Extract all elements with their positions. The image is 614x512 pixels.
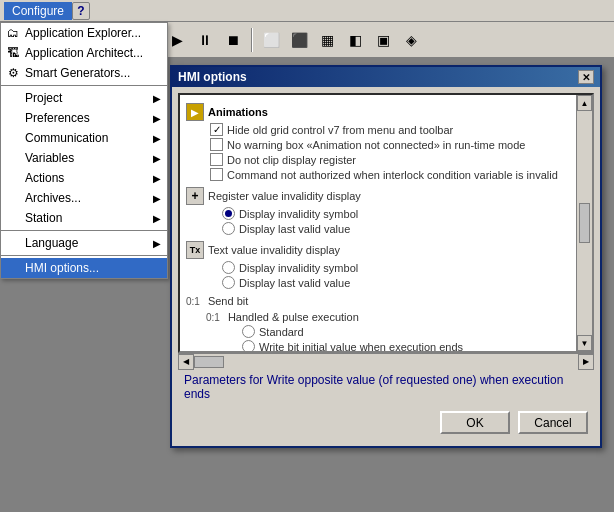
dialog-close-btn[interactable]: ✕	[578, 70, 594, 84]
radio-disp-inv-symbol-1-row: Display invalidity symbol	[222, 207, 570, 220]
radio-write-bit-initial[interactable]	[242, 340, 255, 353]
dialog-title: HMI options	[178, 70, 247, 84]
checkbox-no-warning[interactable]	[210, 138, 223, 151]
send-bit-prefix: 0:1	[186, 296, 200, 307]
text-invalidity-label: Text value invalidity display	[208, 244, 340, 256]
cmd-not-auth-label: Command not authorized when interlock co…	[227, 169, 558, 181]
checkbox-cmd-not-auth[interactable]	[210, 168, 223, 181]
arrow-communication: ▶	[153, 133, 161, 144]
dialog-buttons: OK Cancel	[178, 405, 594, 440]
menu-sep-3	[1, 255, 167, 256]
handled-pulse-header: 0:1 Handled & pulse execution	[206, 311, 570, 323]
send-bit-label: Send bit	[208, 295, 248, 307]
animations-section-header: ▶ Animations	[186, 103, 570, 121]
radio-standard-row: Standard	[242, 325, 570, 338]
toolbar-box4-btn[interactable]: ◧	[342, 27, 368, 53]
handled-pulse-label: Handled & pulse execution	[228, 311, 359, 323]
radio-write-bit-initial-row: Write bit initial value when execution e…	[242, 340, 570, 353]
ok-button[interactable]: OK	[440, 411, 510, 434]
configure-menu[interactable]: Configure	[4, 2, 72, 20]
register-invalidity-header: + Register value invalidity display	[186, 187, 570, 205]
send-bit-header: 0:1 Send bit	[186, 295, 570, 307]
register-invalidity-icon: +	[186, 187, 204, 205]
radio-disp-last-val-1[interactable]	[222, 222, 235, 235]
scroll-left-btn[interactable]: ◀	[178, 354, 194, 370]
menu-item-project[interactable]: Project ▶	[1, 88, 167, 108]
toolbar-box2-btn[interactable]: ⬛	[286, 27, 312, 53]
menu-item-communication[interactable]: Communication ▶	[1, 128, 167, 148]
arrow-language: ▶	[153, 238, 161, 249]
scroll-up-btn[interactable]: ▲	[577, 95, 592, 111]
smart-gen-icon: ⚙	[5, 65, 21, 81]
arrow-project: ▶	[153, 93, 161, 104]
menu-item-app-architect[interactable]: 🏗 Application Architect...	[1, 43, 167, 63]
scroll-thumb-v[interactable]	[579, 203, 590, 243]
cancel-button[interactable]: Cancel	[518, 411, 588, 434]
animations-label: Animations	[208, 106, 268, 118]
menu-item-actions[interactable]: Actions ▶	[1, 168, 167, 188]
radio-disp-inv-symbol-1[interactable]	[222, 207, 235, 220]
toolbar-box6-btn[interactable]: ◈	[398, 27, 424, 53]
scroll-track-v	[577, 111, 592, 201]
configure-dropdown: 🗂 Application Explorer... 🏗 Application …	[0, 22, 168, 279]
scroll-area: ▶ Animations Hide old grid control v7 fr…	[178, 93, 594, 353]
toolbar-pause-btn[interactable]: ⏸	[192, 27, 218, 53]
toolbar-box3-btn[interactable]: ▦	[314, 27, 340, 53]
handled-pulse-prefix: 0:1	[206, 312, 220, 323]
menubar: Configure ?	[0, 0, 614, 22]
menu-item-smart-generators[interactable]: ⚙ Smart Generators...	[1, 63, 167, 83]
menu-item-hmi-options[interactable]: HMI options...	[1, 258, 167, 278]
menu-sep-1	[1, 85, 167, 86]
radio-disp-last-val-2[interactable]	[222, 276, 235, 289]
app-architect-icon: 🏗	[5, 45, 21, 61]
hide-old-grid-label: Hide old grid control v7 from menu and t…	[227, 124, 453, 136]
disp-last-val-1-label: Display last valid value	[239, 223, 350, 235]
menu-item-station[interactable]: Station ▶	[1, 208, 167, 228]
menu-item-archives[interactable]: Archives... ▶	[1, 188, 167, 208]
radio-standard[interactable]	[242, 325, 255, 338]
params-text: Parameters for Write opposite value (of …	[178, 369, 594, 405]
arrow-station: ▶	[153, 213, 161, 224]
disp-inv-symbol-2-label: Display invalidity symbol	[239, 262, 358, 274]
dialog-content: ▶ Animations Hide old grid control v7 fr…	[172, 87, 600, 446]
arrow-actions: ▶	[153, 173, 161, 184]
radio-disp-last-val-1-row: Display last valid value	[222, 222, 570, 235]
arrow-variables: ▶	[153, 153, 161, 164]
app-explorer-icon: 🗂	[5, 25, 21, 41]
checkbox-do-not-clip-row: Do not clip display register	[210, 153, 570, 166]
do-not-clip-label: Do not clip display register	[227, 154, 356, 166]
vertical-scrollbar: ▲ ▼	[576, 95, 592, 351]
menu-item-variables[interactable]: Variables ▶	[1, 148, 167, 168]
menu-item-preferences[interactable]: Preferences ▶	[1, 108, 167, 128]
menu-item-language[interactable]: Language ▶	[1, 233, 167, 253]
toolbar-stop-btn[interactable]: ⏹	[220, 27, 246, 53]
menu-item-app-explorer[interactable]: 🗂 Application Explorer...	[1, 23, 167, 43]
scroll-right-btn[interactable]: ▶	[578, 354, 594, 370]
checkbox-hide-old-grid[interactable]	[210, 123, 223, 136]
arrow-preferences: ▶	[153, 113, 161, 124]
radio-disp-inv-symbol-2-row: Display invalidity symbol	[222, 261, 570, 274]
text-invalidity-header: Tx Text value invalidity display	[186, 241, 570, 259]
scroll-thumb-h[interactable]	[194, 356, 224, 368]
radio-disp-inv-symbol-2[interactable]	[222, 261, 235, 274]
register-invalidity-label: Register value invalidity display	[208, 190, 361, 202]
toolbar-box1-btn[interactable]: ⬜	[258, 27, 284, 53]
hmi-options-dialog: HMI options ✕ ▶ Animations Hide old grid…	[170, 65, 602, 448]
toolbar-box5-btn[interactable]: ▣	[370, 27, 396, 53]
scroll-track-h	[194, 356, 578, 368]
disp-last-val-2-label: Display last valid value	[239, 277, 350, 289]
scroll-content: ▶ Animations Hide old grid control v7 fr…	[180, 95, 576, 353]
radio-disp-last-val-2-row: Display last valid value	[222, 276, 570, 289]
arrow-archives: ▶	[153, 193, 161, 204]
animations-icon: ▶	[186, 103, 204, 121]
scroll-down-btn[interactable]: ▼	[577, 335, 592, 351]
text-invalidity-icon: Tx	[186, 241, 204, 259]
standard-label: Standard	[259, 326, 304, 338]
help-icon[interactable]: ?	[72, 2, 90, 20]
checkbox-hide-old-grid-row: Hide old grid control v7 from menu and t…	[210, 123, 570, 136]
checkbox-cmd-not-auth-row: Command not authorized when interlock co…	[210, 168, 570, 181]
checkbox-do-not-clip[interactable]	[210, 153, 223, 166]
no-warning-label: No warning box «Animation not connected»…	[227, 139, 525, 151]
write-bit-initial-label: Write bit initial value when execution e…	[259, 341, 463, 353]
horizontal-scrollbar: ◀ ▶	[178, 353, 594, 369]
